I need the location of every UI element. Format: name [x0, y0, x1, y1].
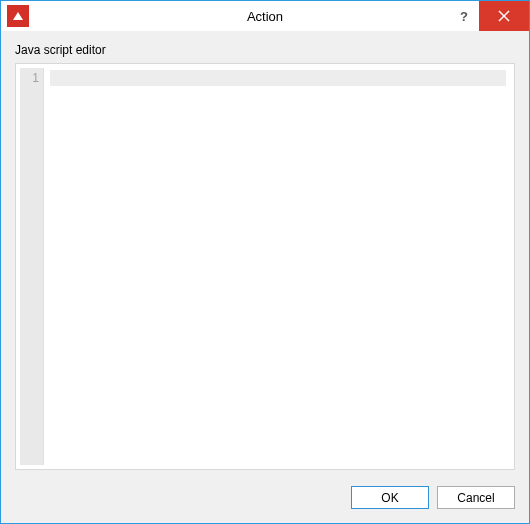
window-controls: ? — [449, 1, 529, 31]
help-button[interactable]: ? — [449, 1, 479, 31]
client-area: Java script editor 1 OK Cancel — [1, 31, 529, 523]
ok-button[interactable]: OK — [351, 486, 429, 509]
line-number-gutter: 1 — [20, 68, 44, 465]
titlebar[interactable]: Action ? — [1, 1, 529, 31]
code-editor[interactable]: 1 — [20, 68, 510, 465]
app-icon — [7, 5, 29, 27]
editor-label: Java script editor — [15, 43, 515, 57]
current-line-highlight — [50, 70, 506, 86]
code-area[interactable] — [44, 68, 510, 465]
dialog-button-row: OK Cancel — [15, 474, 515, 509]
editor-frame: 1 — [15, 63, 515, 470]
dialog-window: Action ? Java script editor 1 — [0, 0, 530, 524]
close-button[interactable] — [479, 1, 529, 31]
line-number: 1 — [20, 71, 39, 85]
cancel-button[interactable]: Cancel — [437, 486, 515, 509]
